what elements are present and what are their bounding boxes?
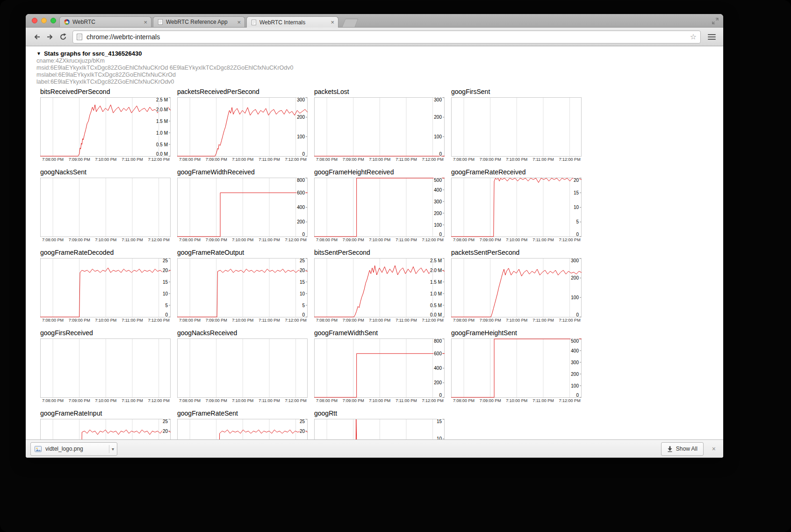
x-tick-label: 7:08:00 PM (179, 157, 201, 162)
chart-x-axis: 7:08:00 PM7:09:00 PM7:10:00 PM7:11:00 PM… (451, 157, 582, 163)
tab-webrtc-reference-app[interactable]: WebRTC Reference App × (153, 16, 245, 27)
stats-graphs-header[interactable]: ▼ Stats graphs for ssrc_4136526430 (36, 50, 723, 57)
y-tick-label: 20 (300, 429, 305, 434)
ssrc-mslabel: mslabel:6E9laEYkyxIkTCxDgc82ZGoEhlCfxNuC… (36, 72, 723, 79)
y-tick-label: 100 (297, 134, 305, 139)
y-tick-label: 0.5 M (430, 303, 442, 308)
tab-label: WebRTC (72, 19, 141, 25)
chart-packetsLost: packetsLost30020010007:08:00 PM7:09:00 P… (314, 88, 451, 163)
back-button[interactable] (30, 30, 43, 43)
series-line (451, 178, 582, 237)
chart-title: googFrameRateReceived (451, 168, 588, 176)
chart-googNacksReceived: googNacksReceived7:08:00 PM7:09:00 PM7:1… (177, 329, 314, 404)
show-all-button[interactable]: Show All (661, 442, 704, 456)
series-line (314, 178, 445, 237)
series-line (314, 266, 445, 317)
series-line (40, 268, 171, 317)
x-tick-label: 7:09:00 PM (480, 157, 501, 162)
download-shelf: vidtel_logo.png ▾ Show All × (26, 439, 723, 458)
x-tick-label: 7:08:00 PM (179, 318, 201, 323)
omnibox[interactable]: ☆ (72, 30, 701, 43)
menu-button[interactable] (705, 30, 719, 43)
download-arrow-icon (667, 446, 673, 452)
tab-webrtc[interactable]: WebRTC × (59, 16, 151, 27)
y-tick-label: 25 (300, 258, 305, 263)
chart-plot: 5004003002001000 (314, 178, 445, 237)
download-file-name: vidtel_logo.png (45, 446, 105, 452)
x-tick-label: 7:09:00 PM (480, 398, 501, 403)
collapse-arrow-icon[interactable]: ▼ (36, 51, 41, 56)
y-tick-label: 200 (434, 211, 442, 216)
chart-x-axis: 7:08:00 PM7:09:00 PM7:10:00 PM7:11:00 PM… (177, 157, 308, 163)
y-tick-label: 500 (571, 338, 579, 344)
plot-border (452, 98, 582, 157)
x-tick-label: 7:09:00 PM (69, 237, 90, 242)
chart-plot: 5004003002001000 (451, 338, 582, 398)
browser-window: WebRTC × WebRTC Reference App × (26, 14, 723, 458)
chart-googFrameHeightReceived: googFrameHeightReceived50040030020010007… (314, 168, 451, 243)
forward-button[interactable] (43, 30, 57, 43)
chart-googRtt: googRtt1510507:08:00 PM7:09:00 PM7:10:00… (314, 410, 451, 439)
tab-close-icon[interactable]: × (331, 19, 334, 25)
x-tick-label: 7:11:00 PM (396, 398, 417, 403)
y-tick-label: 10 (574, 205, 579, 210)
x-tick-label: 7:11:00 PM (259, 318, 280, 323)
tab-close-icon[interactable]: × (237, 19, 241, 25)
plot-border (315, 178, 445, 237)
chart-googFrameRateInput: googFrameRateInput25201510507:08:00 PM7:… (40, 410, 177, 439)
x-tick-label: 7:09:00 PM (343, 398, 364, 403)
x-tick-label: 7:09:00 PM (206, 237, 227, 242)
bookmark-star-icon[interactable]: ☆ (690, 33, 697, 41)
url-input[interactable] (86, 33, 690, 41)
plot-border (41, 419, 171, 440)
series-line (177, 108, 308, 156)
x-tick-label: 7:12:00 PM (559, 318, 581, 323)
y-tick-label: 400 (571, 348, 579, 353)
close-window-button[interactable] (32, 18, 37, 23)
minimize-window-button[interactable] (41, 18, 47, 23)
zoom-window-button[interactable] (50, 18, 56, 23)
x-tick-label: 7:10:00 PM (369, 237, 390, 242)
plot-border (315, 339, 445, 398)
y-tick-label: 2.0 M (156, 107, 168, 112)
y-tick-label: 800 (297, 178, 305, 183)
x-tick-label: 7:12:00 PM (285, 157, 307, 162)
chart-x-axis: 7:08:00 PM7:09:00 PM7:10:00 PM7:11:00 PM… (40, 237, 171, 243)
x-tick-label: 7:12:00 PM (148, 237, 170, 242)
reload-button[interactable] (57, 30, 70, 43)
x-tick-label: 7:11:00 PM (532, 237, 554, 242)
page-favicon-icon (251, 20, 257, 25)
tab-webrtc-internals[interactable]: WebRTC Internals × (246, 16, 338, 28)
chart-x-axis: 7:08:00 PM7:09:00 PM7:10:00 PM7:11:00 PM… (451, 398, 582, 404)
new-tab-button[interactable] (342, 19, 358, 27)
chart-title: googNacksSent (40, 168, 177, 176)
plot-border (178, 339, 308, 398)
fullscreen-icon[interactable] (712, 18, 719, 24)
close-shelf-icon[interactable]: × (712, 446, 716, 452)
y-tick-label: 0 (439, 232, 442, 237)
download-item[interactable]: vidtel_logo.png ▾ (30, 442, 117, 456)
chart-plot: 2520151050 (40, 258, 171, 317)
x-tick-label: 7:10:00 PM (95, 237, 116, 242)
tab-close-icon[interactable]: × (144, 19, 147, 25)
tab-label: WebRTC Internals (259, 19, 328, 26)
chart-googFrameWidthReceived: googFrameWidthReceived80060040020007:08:… (177, 168, 314, 243)
chart-title: packetsLost (314, 88, 451, 96)
plot-border (178, 178, 308, 237)
chevron-down-icon[interactable]: ▾ (112, 446, 114, 452)
y-tick-label: 20 (163, 429, 168, 434)
y-tick-label: 400 (434, 187, 442, 193)
y-tick-label: 5 (576, 219, 579, 224)
series-line (177, 430, 308, 440)
x-tick-label: 7:12:00 PM (559, 398, 581, 403)
chart-title: googFrameRateInput (40, 410, 177, 417)
y-tick-label: 15 (300, 280, 305, 285)
chart-title: googNacksReceived (177, 329, 314, 337)
y-tick-label: 0.0 M (156, 151, 168, 157)
x-tick-label: 7:09:00 PM (206, 398, 227, 403)
x-tick-label: 7:08:00 PM (316, 157, 338, 162)
chart-x-axis: 7:08:00 PM7:09:00 PM7:10:00 PM7:11:00 PM… (177, 398, 308, 404)
x-tick-label: 7:08:00 PM (42, 318, 64, 323)
tab-label: WebRTC Reference App (166, 19, 234, 25)
chart-plot: 2520151050 (177, 258, 308, 317)
